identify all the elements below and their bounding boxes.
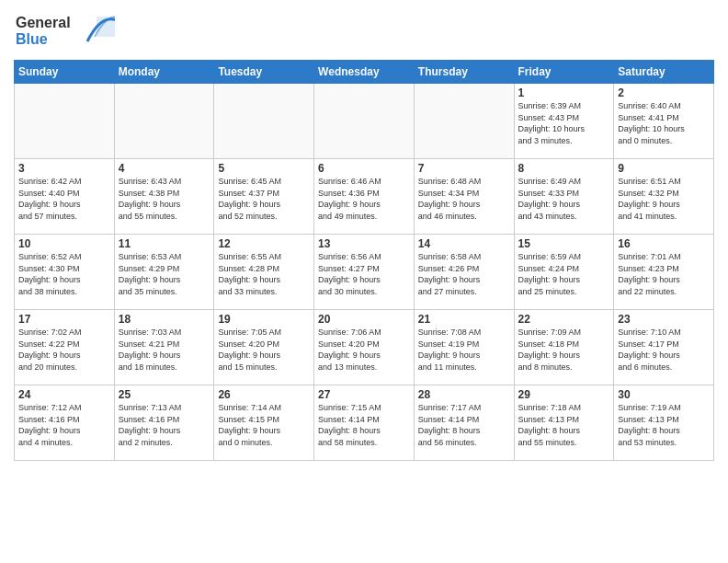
- day-info: Sunrise: 6:45 AM Sunset: 4:37 PM Dayligh…: [218, 176, 310, 222]
- day-number: 23: [618, 313, 710, 326]
- calendar-cell: 27Sunrise: 7:15 AM Sunset: 4:14 PM Dayli…: [314, 385, 415, 461]
- day-info: Sunrise: 7:09 AM Sunset: 4:18 PM Dayligh…: [518, 327, 610, 373]
- calendar-cell: 22Sunrise: 7:09 AM Sunset: 4:18 PM Dayli…: [514, 310, 614, 385]
- day-number: 28: [418, 388, 510, 401]
- day-number: 4: [119, 162, 210, 175]
- calendar-cell: [314, 84, 415, 159]
- day-info: Sunrise: 7:08 AM Sunset: 4:19 PM Dayligh…: [418, 327, 510, 373]
- calendar-table: SundayMondayTuesdayWednesdayThursdayFrid…: [14, 60, 714, 461]
- day-info: Sunrise: 7:19 AM Sunset: 4:13 PM Dayligh…: [618, 402, 710, 448]
- calendar-cell: 19Sunrise: 7:05 AM Sunset: 4:20 PM Dayli…: [214, 310, 314, 385]
- day-number: 12: [218, 237, 310, 250]
- day-info: Sunrise: 6:46 AM Sunset: 4:36 PM Dayligh…: [318, 176, 410, 222]
- svg-text:General: General: [16, 15, 71, 30]
- calendar-cell: [114, 84, 214, 159]
- day-number: 8: [518, 162, 610, 175]
- day-number: 16: [618, 237, 710, 250]
- day-info: Sunrise: 7:15 AM Sunset: 4:14 PM Dayligh…: [318, 402, 410, 448]
- calendar-cell: 11Sunrise: 6:53 AM Sunset: 4:29 PM Dayli…: [114, 235, 214, 310]
- day-info: Sunrise: 6:39 AM Sunset: 4:43 PM Dayligh…: [518, 100, 610, 146]
- weekday-header-thursday: Thursday: [414, 61, 514, 84]
- calendar-cell: [15, 84, 115, 159]
- weekday-header-tuesday: Tuesday: [214, 61, 314, 84]
- calendar-cell: 4Sunrise: 6:43 AM Sunset: 4:38 PM Daylig…: [114, 159, 214, 235]
- calendar-cell: 21Sunrise: 7:08 AM Sunset: 4:19 PM Dayli…: [414, 310, 514, 385]
- day-number: 15: [518, 237, 610, 250]
- day-info: Sunrise: 6:51 AM Sunset: 4:32 PM Dayligh…: [618, 176, 710, 222]
- day-info: Sunrise: 7:13 AM Sunset: 4:16 PM Dayligh…: [119, 402, 210, 448]
- day-number: 1: [518, 86, 610, 99]
- calendar-cell: 26Sunrise: 7:14 AM Sunset: 4:15 PM Dayli…: [214, 385, 314, 461]
- calendar-cell: 28Sunrise: 7:17 AM Sunset: 4:14 PM Dayli…: [414, 385, 514, 461]
- header: General Blue: [14, 9, 714, 54]
- weekday-header-monday: Monday: [114, 61, 214, 84]
- day-info: Sunrise: 7:12 AM Sunset: 4:16 PM Dayligh…: [18, 402, 110, 448]
- day-number: 21: [418, 313, 510, 326]
- svg-text:Blue: Blue: [16, 31, 48, 47]
- day-number: 18: [119, 313, 210, 326]
- week-row-1: 1Sunrise: 6:39 AM Sunset: 4:43 PM Daylig…: [15, 84, 714, 159]
- calendar-cell: 20Sunrise: 7:06 AM Sunset: 4:20 PM Dayli…: [314, 310, 415, 385]
- calendar-cell: 7Sunrise: 6:48 AM Sunset: 4:34 PM Daylig…: [414, 159, 514, 235]
- calendar-cell: 3Sunrise: 6:42 AM Sunset: 4:40 PM Daylig…: [15, 159, 115, 235]
- day-number: 24: [18, 388, 110, 401]
- day-number: 9: [618, 162, 710, 175]
- week-row-5: 24Sunrise: 7:12 AM Sunset: 4:16 PM Dayli…: [15, 385, 714, 461]
- calendar-cell: 17Sunrise: 7:02 AM Sunset: 4:22 PM Dayli…: [15, 310, 115, 385]
- day-info: Sunrise: 7:03 AM Sunset: 4:21 PM Dayligh…: [119, 327, 210, 373]
- logo: General Blue: [14, 9, 115, 54]
- calendar-cell: 1Sunrise: 6:39 AM Sunset: 4:43 PM Daylig…: [514, 84, 614, 159]
- calendar-cell: 23Sunrise: 7:10 AM Sunset: 4:17 PM Dayli…: [614, 310, 714, 385]
- calendar-cell: 9Sunrise: 6:51 AM Sunset: 4:32 PM Daylig…: [614, 159, 714, 235]
- day-info: Sunrise: 6:55 AM Sunset: 4:28 PM Dayligh…: [218, 251, 310, 297]
- day-info: Sunrise: 6:53 AM Sunset: 4:29 PM Dayligh…: [119, 251, 210, 297]
- week-row-4: 17Sunrise: 7:02 AM Sunset: 4:22 PM Dayli…: [15, 310, 714, 385]
- calendar-cell: 12Sunrise: 6:55 AM Sunset: 4:28 PM Dayli…: [214, 235, 314, 310]
- day-info: Sunrise: 7:14 AM Sunset: 4:15 PM Dayligh…: [218, 402, 310, 448]
- day-number: 13: [318, 237, 410, 250]
- calendar-cell: 2Sunrise: 6:40 AM Sunset: 4:41 PM Daylig…: [614, 84, 714, 159]
- calendar-cell: 18Sunrise: 7:03 AM Sunset: 4:21 PM Dayli…: [114, 310, 214, 385]
- day-info: Sunrise: 6:58 AM Sunset: 4:26 PM Dayligh…: [418, 251, 510, 297]
- calendar-cell: [214, 84, 314, 159]
- calendar-cell: 16Sunrise: 7:01 AM Sunset: 4:23 PM Dayli…: [614, 235, 714, 310]
- week-row-2: 3Sunrise: 6:42 AM Sunset: 4:40 PM Daylig…: [15, 159, 714, 235]
- day-info: Sunrise: 6:43 AM Sunset: 4:38 PM Dayligh…: [119, 176, 210, 222]
- day-info: Sunrise: 7:05 AM Sunset: 4:20 PM Dayligh…: [218, 327, 310, 373]
- day-number: 19: [218, 313, 310, 326]
- week-row-3: 10Sunrise: 6:52 AM Sunset: 4:30 PM Dayli…: [15, 235, 714, 310]
- calendar-cell: 24Sunrise: 7:12 AM Sunset: 4:16 PM Dayli…: [15, 385, 115, 461]
- day-number: 11: [119, 237, 210, 250]
- logo-text: General Blue: [14, 9, 115, 54]
- calendar-cell: 13Sunrise: 6:56 AM Sunset: 4:27 PM Dayli…: [314, 235, 415, 310]
- weekday-header-row: SundayMondayTuesdayWednesdayThursdayFrid…: [15, 61, 714, 84]
- day-info: Sunrise: 7:02 AM Sunset: 4:22 PM Dayligh…: [18, 327, 110, 373]
- day-number: 29: [518, 388, 610, 401]
- day-number: 27: [318, 388, 410, 401]
- day-info: Sunrise: 6:56 AM Sunset: 4:27 PM Dayligh…: [318, 251, 410, 297]
- day-number: 3: [18, 162, 110, 175]
- day-number: 5: [218, 162, 310, 175]
- calendar-cell: 30Sunrise: 7:19 AM Sunset: 4:13 PM Dayli…: [614, 385, 714, 461]
- day-number: 7: [418, 162, 510, 175]
- weekday-header-wednesday: Wednesday: [314, 61, 415, 84]
- day-number: 30: [618, 388, 710, 401]
- day-info: Sunrise: 6:52 AM Sunset: 4:30 PM Dayligh…: [18, 251, 110, 297]
- day-info: Sunrise: 6:42 AM Sunset: 4:40 PM Dayligh…: [18, 176, 110, 222]
- day-number: 25: [119, 388, 210, 401]
- day-number: 2: [618, 86, 710, 99]
- day-number: 6: [318, 162, 410, 175]
- calendar-cell: 5Sunrise: 6:45 AM Sunset: 4:37 PM Daylig…: [214, 159, 314, 235]
- calendar-cell: 29Sunrise: 7:18 AM Sunset: 4:13 PM Dayli…: [514, 385, 614, 461]
- calendar-cell: 10Sunrise: 6:52 AM Sunset: 4:30 PM Dayli…: [15, 235, 115, 310]
- calendar-cell: 14Sunrise: 6:58 AM Sunset: 4:26 PM Dayli…: [414, 235, 514, 310]
- calendar-cell: [414, 84, 514, 159]
- calendar-cell: 15Sunrise: 6:59 AM Sunset: 4:24 PM Dayli…: [514, 235, 614, 310]
- day-info: Sunrise: 7:01 AM Sunset: 4:23 PM Dayligh…: [618, 251, 710, 297]
- calendar-cell: 6Sunrise: 6:46 AM Sunset: 4:36 PM Daylig…: [314, 159, 415, 235]
- day-info: Sunrise: 7:06 AM Sunset: 4:20 PM Dayligh…: [318, 327, 410, 373]
- calendar-cell: 25Sunrise: 7:13 AM Sunset: 4:16 PM Dayli…: [114, 385, 214, 461]
- day-number: 14: [418, 237, 510, 250]
- page-container: General Blue SundayMondayTuesdayWednesda…: [0, 0, 728, 465]
- day-info: Sunrise: 6:59 AM Sunset: 4:24 PM Dayligh…: [518, 251, 610, 297]
